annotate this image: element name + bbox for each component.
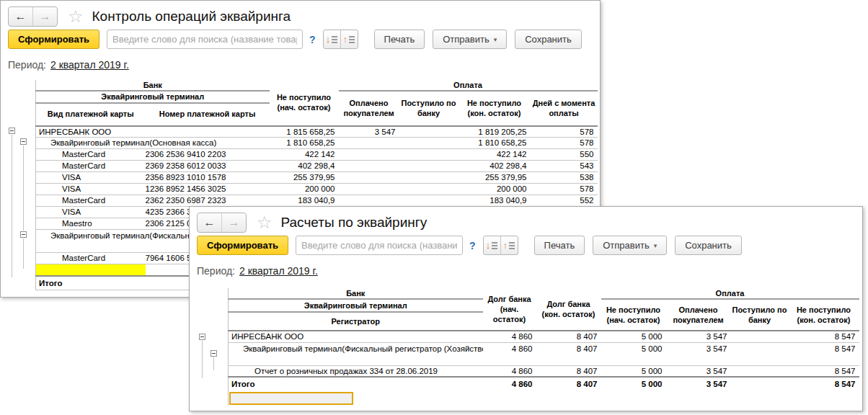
value-cell[interactable]: 552: [531, 195, 598, 207]
value-cell[interactable]: [731, 331, 789, 342]
value-cell[interactable]: 183 040,9: [459, 195, 531, 207]
collapse-icon[interactable]: [20, 231, 27, 238]
group-label-cell[interactable]: ИНРЕСБАНК ООО: [36, 126, 270, 138]
value-cell[interactable]: [339, 195, 399, 207]
collapse-icon[interactable]: [9, 128, 15, 134]
value-cell[interactable]: [731, 390, 789, 406]
value-cell[interactable]: 578: [531, 138, 598, 149]
value-cell[interactable]: 3 547: [339, 126, 399, 138]
value-cell[interactable]: 3 547: [666, 342, 731, 365]
value-cell[interactable]: 422 142: [459, 149, 531, 161]
table-row[interactable]: MasterCard2362 2350 6987 2323183 040,918…: [36, 195, 598, 207]
card-type-cell[interactable]: MasterCard: [36, 161, 146, 172]
value-cell[interactable]: 8 407: [536, 331, 601, 342]
value-cell[interactable]: 8 407: [536, 365, 601, 377]
favorite-star-icon[interactable]: ☆: [68, 8, 84, 25]
table-row[interactable]: ИНРЕСБАНК ООО1 815 658,253 5471 819 205,…: [36, 126, 598, 138]
value-cell[interactable]: [666, 390, 731, 406]
sort-descending-icon[interactable]: ↓: [324, 30, 340, 48]
value-cell[interactable]: [339, 149, 399, 161]
value-cell[interactable]: 402 298,4: [270, 161, 339, 172]
send-button[interactable]: Отправить▾: [433, 30, 507, 49]
value-cell[interactable]: 1 810 658,25: [459, 138, 531, 149]
value-cell[interactable]: [789, 390, 859, 406]
generate-button[interactable]: Сформировать: [197, 236, 288, 255]
forward-arrow-icon[interactable]: →: [32, 7, 57, 26]
help-link[interactable]: ?: [469, 240, 476, 251]
value-cell[interactable]: [483, 390, 536, 406]
value-cell[interactable]: [339, 172, 399, 184]
value-cell[interactable]: [399, 126, 459, 138]
value-cell[interactable]: [339, 161, 399, 172]
value-cell[interactable]: 200 000: [270, 184, 339, 195]
card-number-cell[interactable]: 2362 2350 6987 2323: [146, 195, 270, 207]
card-type-cell[interactable]: Maestro: [36, 218, 146, 230]
value-cell[interactable]: 8 547: [789, 331, 859, 342]
print-button[interactable]: Печать: [374, 30, 425, 49]
value-cell[interactable]: [339, 184, 399, 195]
value-cell[interactable]: 183 040,9: [270, 195, 339, 207]
generate-button[interactable]: Сформировать: [8, 30, 99, 49]
table-row[interactable]: Эквайринговый терминал(Фискальный регист…: [229, 342, 859, 365]
value-cell[interactable]: [601, 390, 666, 406]
value-cell[interactable]: 3 547: [666, 377, 731, 390]
period-link[interactable]: 2 квартал 2019 г.: [50, 59, 129, 71]
value-cell[interactable]: 200 000: [459, 184, 531, 195]
card-type-cell[interactable]: MasterCard: [36, 195, 146, 207]
value-cell[interactable]: 550: [531, 149, 598, 161]
card-type-cell[interactable]: VISA: [36, 172, 146, 184]
label-cell[interactable]: Эквайринговый терминал(Фискальный регист…: [229, 342, 483, 365]
active-cell[interactable]: [229, 392, 353, 405]
value-cell[interactable]: 578: [531, 184, 598, 195]
value-cell[interactable]: 1 815 658,25: [270, 126, 339, 138]
forward-arrow-icon[interactable]: →: [221, 213, 246, 232]
search-input[interactable]: [296, 236, 463, 255]
value-cell[interactable]: 1 819 205,25: [459, 126, 531, 138]
label-cell[interactable]: Отчет о розничных продажах 334 от 28.06.…: [229, 365, 483, 377]
value-cell[interactable]: 8 547: [789, 365, 859, 377]
save-button[interactable]: Сохранить: [515, 30, 582, 49]
send-button[interactable]: Отправить▾: [593, 236, 667, 255]
sort-ascending-icon[interactable]: ↑: [340, 30, 358, 48]
value-cell[interactable]: 255 379,95: [270, 172, 339, 184]
table-row[interactable]: ИНРЕСБАНК ООО4 8608 4075 0003 5478 547: [229, 331, 859, 342]
group-label-cell[interactable]: Эквайринговый терминал(Основная касса): [36, 138, 270, 149]
total-label-cell[interactable]: Итого: [229, 377, 483, 390]
collapse-icon[interactable]: [20, 138, 27, 145]
card-number-cell[interactable]: 2356 8923 1010 1578: [146, 172, 270, 184]
value-cell[interactable]: [399, 195, 459, 207]
table-row[interactable]: [229, 390, 859, 406]
value-cell[interactable]: 3 547: [666, 331, 731, 342]
value-cell[interactable]: 543: [531, 161, 598, 172]
value-cell[interactable]: 8 407: [536, 377, 601, 390]
value-cell[interactable]: 4 860: [483, 365, 536, 377]
table-row[interactable]: Итого4 8608 4075 0003 5478 547: [229, 377, 859, 390]
value-cell[interactable]: [399, 149, 459, 161]
card-number-cell[interactable]: 2306 2536 9410 2203: [146, 149, 270, 161]
value-cell[interactable]: 255 379,95: [459, 172, 531, 184]
search-input[interactable]: [107, 30, 303, 49]
table-row[interactable]: MasterCard2306 2536 9410 2203422 142422 …: [36, 149, 598, 161]
value-cell[interactable]: [731, 377, 789, 390]
print-button[interactable]: Печать: [534, 236, 585, 255]
value-cell[interactable]: 8 407: [536, 342, 601, 365]
value-cell[interactable]: 5 000: [601, 331, 666, 342]
value-cell[interactable]: 5 000: [601, 365, 666, 377]
card-type-cell[interactable]: VISA: [36, 184, 146, 195]
value-cell[interactable]: [339, 138, 399, 149]
value-cell[interactable]: 5 000: [601, 342, 666, 365]
favorite-star-icon[interactable]: ☆: [257, 214, 273, 231]
card-number-cell[interactable]: 1236 8952 1456 3025: [146, 184, 270, 195]
value-cell[interactable]: 5 000: [601, 377, 666, 390]
help-link[interactable]: ?: [309, 34, 316, 45]
period-link[interactable]: 2 квартал 2019 г.: [239, 265, 318, 277]
label-cell[interactable]: ИНРЕСБАНК ООО: [229, 331, 483, 342]
back-arrow-icon[interactable]: ←: [9, 7, 32, 26]
value-cell[interactable]: 4 860: [483, 377, 536, 390]
value-cell[interactable]: [536, 390, 601, 406]
value-cell[interactable]: [399, 138, 459, 149]
save-button[interactable]: Сохранить: [675, 236, 742, 255]
card-type-cell[interactable]: MasterCard: [36, 253, 146, 264]
value-cell[interactable]: 578: [531, 126, 598, 138]
value-cell[interactable]: 8 547: [789, 342, 859, 365]
